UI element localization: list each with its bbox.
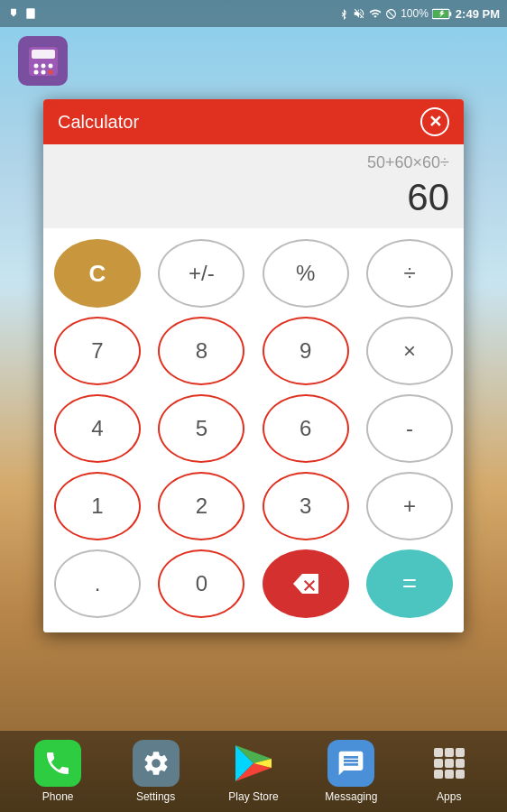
- svg-rect-20: [456, 770, 465, 779]
- svg-rect-5: [32, 50, 55, 59]
- svg-point-8: [48, 63, 52, 68]
- six-btn[interactable]: 6: [263, 394, 349, 463]
- wifi-icon: [369, 7, 382, 20]
- svg-rect-18: [434, 770, 443, 779]
- three-btn[interactable]: 3: [263, 472, 349, 540]
- settings-icon-container: [133, 740, 180, 787]
- svg-point-10: [41, 69, 45, 74]
- svg-rect-13: [445, 748, 454, 757]
- dock-item-phone[interactable]: Phone: [17, 740, 98, 803]
- battery-percentage: 100%: [401, 7, 429, 20]
- svg-point-7: [41, 63, 45, 68]
- clear-btn[interactable]: C: [54, 239, 141, 308]
- plus-btn[interactable]: +: [366, 472, 453, 540]
- settings-icon: [142, 749, 171, 778]
- dot-btn[interactable]: .: [54, 549, 141, 618]
- calculator-expression: 50+60×60÷: [367, 153, 449, 172]
- status-time: 2:49 PM: [456, 7, 500, 21]
- svg-rect-14: [456, 748, 465, 757]
- button-row-4: 1 2 3 +: [54, 472, 453, 540]
- calculator-buttons: C +/- % ÷ 7 8 9 × 4 5 6 - 1 2 3 + . 0: [43, 228, 464, 632]
- dock-item-settings[interactable]: Settings: [115, 740, 197, 803]
- divide-btn[interactable]: ÷: [366, 239, 453, 308]
- status-bar: 100% 2:49 PM: [0, 0, 507, 27]
- blocked-icon: [385, 8, 397, 20]
- dock-item-play-store[interactable]: Play Store: [213, 740, 294, 803]
- calculator-result: 60: [407, 176, 449, 219]
- phone-icon-container: [34, 740, 81, 787]
- close-button[interactable]: ✕: [420, 107, 449, 136]
- playstore-label: Play Store: [228, 790, 278, 803]
- svg-rect-12: [434, 748, 443, 757]
- seven-btn[interactable]: 7: [54, 317, 141, 385]
- nine-btn[interactable]: 9: [263, 317, 349, 385]
- status-right-icons: 100% 2:49 PM: [338, 7, 500, 21]
- calculator-icon: [27, 45, 60, 78]
- dock-item-apps[interactable]: Apps: [409, 740, 490, 803]
- apps-label: Apps: [437, 790, 461, 803]
- svg-point-11: [48, 69, 52, 74]
- messaging-label: Messaging: [325, 790, 377, 803]
- sim-icon: [24, 7, 37, 20]
- button-row-1: C +/- % ÷: [54, 239, 453, 308]
- playstore-icon: [231, 741, 276, 786]
- phone-label: Phone: [42, 790, 74, 803]
- calculator-display: 50+60×60÷ 60: [43, 144, 464, 228]
- svg-point-6: [33, 63, 38, 68]
- four-btn[interactable]: 4: [54, 394, 141, 463]
- button-row-3: 4 5 6 -: [54, 394, 453, 463]
- calculator-app-icon[interactable]: [18, 36, 68, 86]
- eight-btn[interactable]: 8: [158, 317, 244, 385]
- minus-btn[interactable]: -: [366, 394, 453, 463]
- svg-rect-2: [449, 12, 451, 15]
- svg-rect-0: [26, 8, 34, 19]
- svg-rect-19: [445, 770, 454, 779]
- messaging-icon: [336, 749, 365, 778]
- backspace-icon: [293, 574, 318, 594]
- button-row-2: 7 8 9 ×: [54, 317, 453, 385]
- svg-rect-17: [456, 759, 465, 768]
- playstore-icon-container: [230, 740, 277, 787]
- dock-item-messaging[interactable]: Messaging: [310, 740, 392, 803]
- settings-label: Settings: [136, 790, 175, 803]
- two-btn[interactable]: 2: [158, 472, 244, 540]
- messaging-icon-container: [327, 740, 374, 787]
- battery-icon: [432, 8, 452, 20]
- five-btn[interactable]: 5: [158, 394, 244, 463]
- phone-icon: [43, 749, 72, 778]
- mute-icon: [353, 7, 365, 20]
- button-row-5: . 0 =: [54, 549, 453, 618]
- one-btn[interactable]: 1: [54, 472, 141, 540]
- svg-point-9: [33, 69, 38, 74]
- status-left-icons: [7, 7, 37, 20]
- dock: Phone Settings: [0, 731, 507, 812]
- apps-icon: [432, 746, 466, 780]
- equals-btn[interactable]: =: [366, 549, 453, 618]
- backspace-btn[interactable]: [263, 549, 349, 618]
- percent-btn[interactable]: %: [263, 239, 349, 308]
- svg-rect-16: [445, 759, 454, 768]
- multiply-btn[interactable]: ×: [366, 317, 453, 385]
- calculator-window: Calculator ✕ 50+60×60÷ 60 C +/- % ÷ 7 8 …: [43, 99, 464, 632]
- svg-rect-15: [434, 759, 443, 768]
- title-bar: Calculator ✕: [43, 99, 464, 144]
- bluetooth-icon: [338, 7, 349, 20]
- usb-icon: [7, 7, 20, 20]
- plus-minus-btn[interactable]: +/-: [158, 239, 244, 308]
- apps-icon-container: [426, 740, 473, 787]
- zero-btn[interactable]: 0: [158, 549, 244, 618]
- calculator-title: Calculator: [58, 112, 139, 133]
